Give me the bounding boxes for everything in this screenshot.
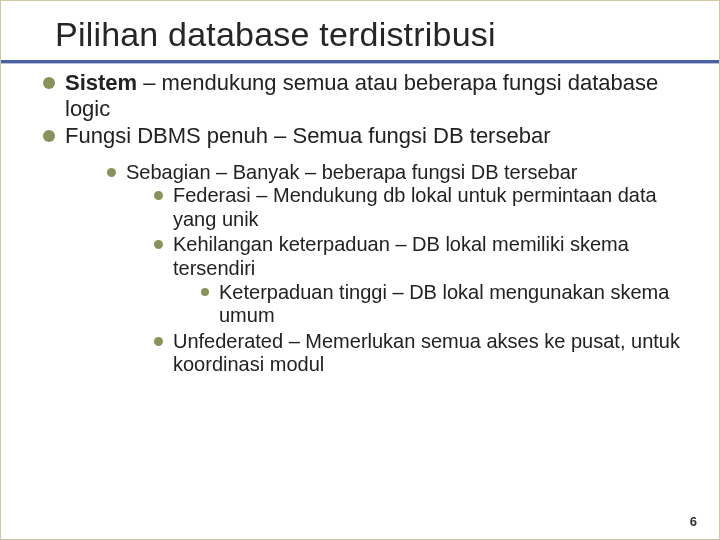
bullet-text: Sistem – mendukung semua atau beberapa f… [65,70,683,121]
bullet-level2: Sebagian – Banyak – beberapa fungsi DB t… [107,161,683,379]
bullet-text: Sebagian – Banyak – beberapa fungsi DB t… [126,161,683,379]
bullet-rest: – mendukung semua atau beberapa fungsi d… [65,70,658,121]
bullet-text: Kehilangan keterpaduan – DB lokal memili… [173,233,683,327]
slide-title: Pilihan database terdistribusi [55,15,719,54]
bullet-text: Unfederated – Memerlukan semua akses ke … [173,330,683,377]
bullet-line: Kehilangan keterpaduan – DB lokal memili… [173,233,629,279]
bullet-text: Federasi – Mendukung db lokal untuk perm… [173,184,683,231]
bullet-level1: Sistem – mendukung semua atau beberapa f… [43,70,683,121]
bullet-level3: Federasi – Mendukung db lokal untuk perm… [154,184,683,231]
bullet-icon [201,288,209,296]
bullet-icon [107,168,116,177]
bullet-text: Keterpaduan tinggi – DB lokal mengunakan… [219,281,683,328]
page-number: 6 [690,514,697,529]
bullet-level3: Kehilangan keterpaduan – DB lokal memili… [154,233,683,327]
bullet-level3: Unfederated – Memerlukan semua akses ke … [154,330,683,377]
bullet-icon [154,240,163,249]
bullet-text: Fungsi DBMS penuh – Semua fungsi DB ters… [65,123,550,149]
bullet-icon [154,337,163,346]
title-area: Pilihan database terdistribusi [1,1,719,54]
bullet-line: Sebagian – Banyak – beberapa fungsi DB t… [126,161,577,183]
bullet-level1: Fungsi DBMS penuh – Semua fungsi DB ters… [43,123,683,149]
bullet-icon [154,191,163,200]
bold-term: Sistem [65,70,137,95]
bullet-icon [43,130,55,142]
bullet-level4: Keterpaduan tinggi – DB lokal mengunakan… [201,281,683,328]
bullet-icon [43,77,55,89]
content-area: Sistem – mendukung semua atau beberapa f… [1,64,719,379]
